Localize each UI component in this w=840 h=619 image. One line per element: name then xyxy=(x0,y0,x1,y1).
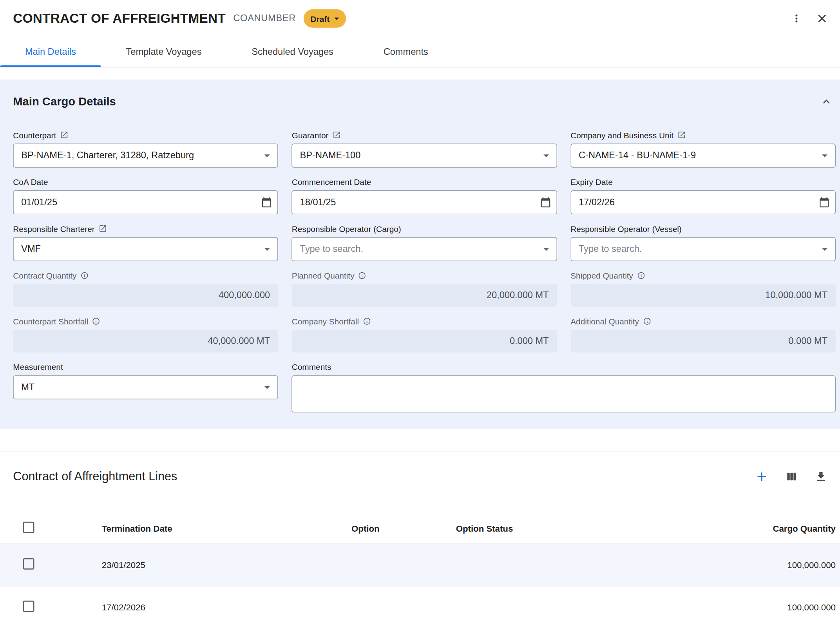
info-icon[interactable] xyxy=(363,317,371,325)
lines-table: Termination Date Option Option Status Ca… xyxy=(0,514,840,619)
table-header-row: Termination Date Option Option Status Ca… xyxy=(0,514,840,544)
responsible-charterer-value: VMF xyxy=(21,244,41,255)
select-all-checkbox[interactable] xyxy=(23,522,34,533)
company-business-unit-select[interactable]: C-NAME-14 - BU-NAME-1-9 xyxy=(570,144,836,168)
download-button[interactable] xyxy=(812,467,830,486)
chevron-up-icon xyxy=(820,95,833,108)
counterpart-value: BP-NAME-1, Charterer, 31280, Ratzeburg xyxy=(21,150,194,161)
guarantor-value: BP-NAME-100 xyxy=(300,150,361,161)
status-badge[interactable]: Draft xyxy=(303,9,346,28)
tab-template-voyages[interactable]: Template Voyages xyxy=(101,37,227,67)
responsible-operator-cargo-label: Responsible Operator (Cargo) xyxy=(292,224,401,233)
open-in-new-icon[interactable] xyxy=(98,224,107,233)
col-option-status: Option Status xyxy=(456,524,684,534)
table-row[interactable]: 23/01/2025 100,000.000 xyxy=(0,544,840,586)
row-checkbox[interactable] xyxy=(23,601,34,612)
row-checkbox[interactable] xyxy=(23,558,34,570)
tab-label: Scheduled Voyages xyxy=(252,47,333,58)
guarantor-select[interactable]: BP-NAME-100 xyxy=(292,144,557,168)
shipped-quantity-input xyxy=(570,284,836,307)
commencement-date-input[interactable] xyxy=(292,190,557,214)
expiry-date-input[interactable] xyxy=(570,190,836,214)
comments-label: Comments xyxy=(292,362,331,371)
cell-cargo-quantity: 100,000.000 xyxy=(684,560,840,570)
contract-number: COANUMBER xyxy=(233,13,296,24)
expiry-date-field: Expiry Date xyxy=(570,176,836,214)
planned-quantity-field: Planned Quantity xyxy=(292,270,557,307)
col-cargo-quantity: Cargo Quantity xyxy=(684,524,840,534)
company-shortfall-label: Company Shortfall xyxy=(292,316,359,326)
coa-lines-section: Contract of Affreightment Lines Terminat… xyxy=(0,452,840,619)
responsible-charterer-select[interactable]: VMF xyxy=(13,237,278,261)
section-title: Main Cargo Details xyxy=(13,95,116,108)
planned-quantity-label: Planned Quantity xyxy=(292,271,355,280)
manage-columns-button[interactable] xyxy=(782,467,801,486)
add-line-button[interactable] xyxy=(752,467,771,486)
additional-quantity-label: Additional Quantity xyxy=(570,316,639,326)
app-window: CONTRACT OF AFFREIGHTMENT COANUMBER Draf… xyxy=(0,0,840,619)
company-business-unit-field: Company and Business Unit C-NAME-14 - BU… xyxy=(570,129,836,167)
calendar-icon[interactable] xyxy=(816,194,833,211)
collapse-section-button[interactable] xyxy=(817,92,836,111)
calendar-icon[interactable] xyxy=(259,194,275,211)
planned-quantity-input xyxy=(292,284,557,307)
guarantor-field: Guarantor BP-NAME-100 xyxy=(292,129,557,167)
counterpart-field: Counterpart BP-NAME-1, Charterer, 31280,… xyxy=(13,129,278,167)
counterpart-label: Counterpart xyxy=(13,130,56,140)
measurement-field: Measurement MT xyxy=(13,361,278,414)
counterpart-shortfall-input xyxy=(13,329,278,352)
contract-quantity-input xyxy=(13,284,278,307)
counterpart-select[interactable]: BP-NAME-1, Charterer, 31280, Ratzeburg xyxy=(13,144,278,168)
tab-label: Template Voyages xyxy=(126,47,202,58)
col-termination-date: Termination Date xyxy=(102,524,351,534)
responsible-operator-vessel-input[interactable] xyxy=(570,237,836,261)
contract-quantity-label: Contract Quantity xyxy=(13,271,76,280)
open-in-new-icon[interactable] xyxy=(332,130,341,139)
measurement-label: Measurement xyxy=(13,362,63,371)
caret-down-icon xyxy=(331,13,343,25)
expiry-date-label: Expiry Date xyxy=(570,177,613,186)
comments-textarea[interactable] xyxy=(292,375,836,412)
company-business-unit-label: Company and Business Unit xyxy=(570,130,673,140)
additional-quantity-field: Additional Quantity xyxy=(570,315,836,352)
close-icon xyxy=(816,12,829,25)
shipped-quantity-label: Shipped Quantity xyxy=(570,271,633,280)
coa-date-field: CoA Date xyxy=(13,176,278,214)
col-option: Option xyxy=(351,524,456,534)
lines-title: Contract of Affreightment Lines xyxy=(13,469,177,483)
download-icon xyxy=(815,470,827,483)
contract-quantity-field: Contract Quantity xyxy=(13,270,278,307)
guarantor-label: Guarantor xyxy=(292,130,329,140)
responsible-operator-cargo-input[interactable] xyxy=(292,237,557,261)
cell-cargo-quantity: 100,000.000 xyxy=(684,603,840,612)
calendar-icon[interactable] xyxy=(537,194,554,211)
info-icon[interactable] xyxy=(92,317,100,325)
measurement-value: MT xyxy=(21,382,34,393)
tab-bar: Main Details Template Voyages Scheduled … xyxy=(0,37,840,67)
kebab-menu-button[interactable] xyxy=(788,10,805,27)
counterpart-shortfall-label: Counterpart Shortfall xyxy=(13,316,88,326)
info-icon[interactable] xyxy=(637,271,645,279)
close-button[interactable] xyxy=(813,9,831,28)
coa-date-input[interactable] xyxy=(13,190,278,214)
info-icon[interactable] xyxy=(643,317,651,325)
status-badge-label: Draft xyxy=(311,14,330,23)
info-icon[interactable] xyxy=(358,271,366,279)
open-in-new-icon[interactable] xyxy=(677,130,686,139)
tab-scheduled-voyages[interactable]: Scheduled Voyages xyxy=(226,37,358,67)
additional-quantity-input xyxy=(570,329,836,352)
table-row[interactable]: 17/02/2026 100,000.000 xyxy=(0,586,840,619)
page-title: CONTRACT OF AFFREIGHTMENT xyxy=(13,11,226,26)
info-icon[interactable] xyxy=(80,271,89,279)
cell-termination-date: 23/01/2025 xyxy=(102,560,351,570)
measurement-select[interactable]: MT xyxy=(13,375,278,399)
coa-date-label: CoA Date xyxy=(13,177,48,186)
responsible-charterer-label: Responsible Charterer xyxy=(13,224,94,233)
company-shortfall-input xyxy=(292,329,557,352)
open-in-new-icon[interactable] xyxy=(60,130,69,139)
tab-comments[interactable]: Comments xyxy=(358,37,453,67)
tab-main-details[interactable]: Main Details xyxy=(0,37,101,67)
responsible-charterer-field: Responsible Charterer VMF xyxy=(13,223,278,261)
counterpart-shortfall-field: Counterpart Shortfall xyxy=(13,315,278,352)
tab-label: Comments xyxy=(384,47,428,58)
